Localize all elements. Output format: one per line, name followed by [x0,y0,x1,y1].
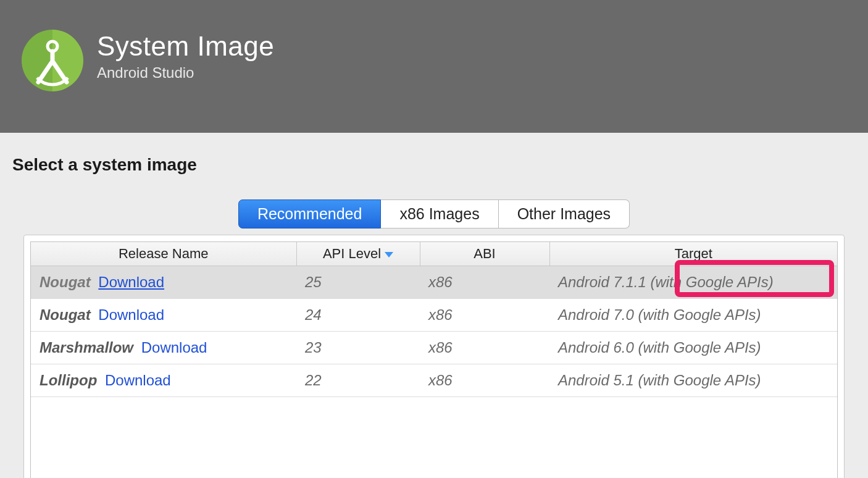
dialog-header: System Image Android Studio [0,0,868,133]
dialog-subtitle: Android Studio [97,64,274,82]
dialog-title: System Image [97,31,274,62]
cell-abi: x86 [420,332,549,364]
download-link[interactable]: Download [105,372,171,388]
download-link[interactable]: Download [141,339,207,356]
cell-api: 24 [296,299,420,332]
tab-recommended[interactable]: Recommended [238,199,382,229]
cell-abi: x86 [420,364,549,397]
release-name: Nougat [40,274,91,290]
table-row[interactable]: Lollipop Download 22 x86 Android 5.1 (wi… [31,364,837,397]
cell-abi: x86 [420,299,549,332]
cell-target: Android 7.0 (with Google APIs) [549,299,837,332]
table-panel: Release Name API Level ABI Target Nougat… [23,235,845,478]
tab-x86-images[interactable]: x86 Images [381,199,498,229]
table-header-row: Release Name API Level ABI Target [31,242,837,266]
tab-other-images[interactable]: Other Images [499,199,630,229]
download-link[interactable]: Download [98,306,164,323]
cell-target: Android 5.1 (with Google APIs) [549,364,837,397]
table-row[interactable]: Nougat Download 24 x86 Android 7.0 (with… [31,299,837,332]
sort-desc-icon [385,252,393,258]
content-area: Select a system image Recommended x86 Im… [0,133,868,478]
cell-abi: x86 [420,266,549,299]
content-title: Select a system image [12,155,857,175]
download-link[interactable]: Download [98,274,164,290]
cell-api: 25 [296,266,420,299]
cell-api: 22 [296,364,420,397]
column-header-release[interactable]: Release Name [31,242,296,266]
table-row[interactable]: Marshmallow Download 23 x86 Android 6.0 … [31,332,837,364]
table-row[interactable]: Nougat Download 25 x86 Android 7.1.1 (wi… [31,266,837,299]
cell-api: 23 [296,332,420,364]
release-name: Marshmallow [40,339,133,356]
android-studio-logo [22,30,83,91]
compass-icon [25,33,80,88]
tab-bar: Recommended x86 Images Other Images [11,199,857,229]
cell-target: Android 7.1.1 (with Google APIs) [549,266,837,299]
release-name: Lollipop [40,372,97,388]
release-name: Nougat [40,306,91,323]
column-header-target[interactable]: Target [549,242,837,266]
cell-target: Android 6.0 (with Google APIs) [549,332,837,364]
system-images-table: Release Name API Level ABI Target Nougat… [31,242,837,397]
column-header-api[interactable]: API Level [296,242,420,266]
column-header-abi[interactable]: ABI [420,242,549,266]
